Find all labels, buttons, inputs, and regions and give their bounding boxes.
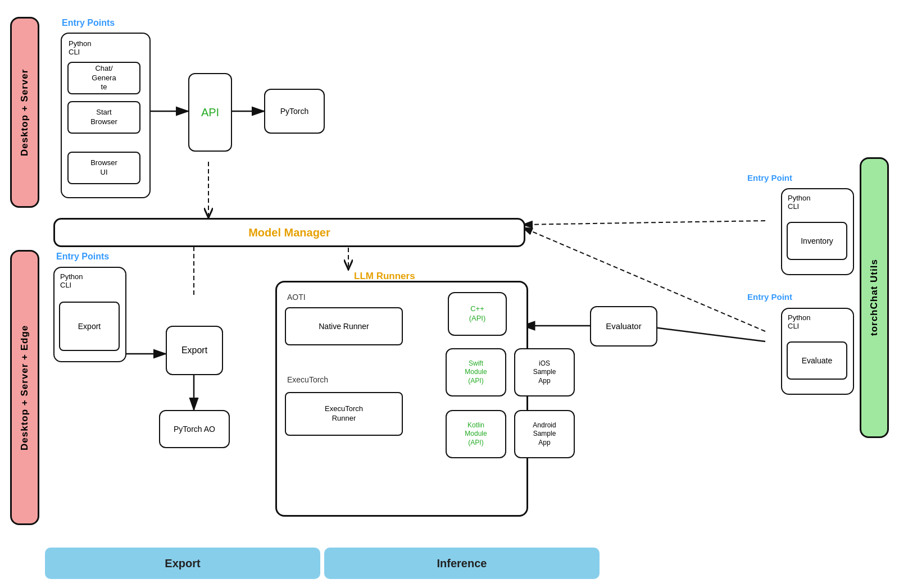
browser-ui-box: Browser UI <box>67 152 140 184</box>
ios-sample-box: iOS Sample App <box>514 348 575 396</box>
torchchat-utils-label: torchChat Utils <box>860 157 889 438</box>
entry-points-top-label: Entry Points <box>62 18 115 28</box>
evaluate-box: Evaluate <box>787 341 847 380</box>
entry-point-inventory-label: Entry Point <box>747 173 792 183</box>
export-bottom-bar: Export <box>45 548 320 579</box>
pytorch-box: PyTorch <box>264 89 325 134</box>
entry-point-evaluate-label: Entry Point <box>747 292 792 302</box>
entry-points-group-top: PythonCLI Chat/ Genera te Start Browser … <box>61 33 151 198</box>
evaluator-box: Evaluator <box>590 306 657 347</box>
swift-module-box: Swift Module (API) <box>446 348 506 396</box>
python-cli-evaluate-label: PythonCLI <box>788 313 810 330</box>
chat-generate-box: Chat/ Genera te <box>67 62 140 94</box>
inventory-box: Inventory <box>787 222 847 260</box>
pytorch-ao-box: PyTorch AO <box>159 410 230 448</box>
entry-points-group-bottom: PythonCLI Export <box>53 267 126 362</box>
model-manager-bar: Model Manager <box>53 218 525 247</box>
executorch-label: ExecuTorch <box>287 375 328 384</box>
kotlin-module-box: Kotlin Module (API) <box>446 410 506 458</box>
export-inner-box: Export <box>59 302 120 351</box>
python-cli-inventory-label: PythonCLI <box>788 194 810 211</box>
llm-runners-label: LLM Runners <box>354 271 415 282</box>
python-cli-top-label: PythonCLI <box>69 39 91 56</box>
entry-points-bottom-label: Entry Points <box>56 252 109 262</box>
inventory-python-group: PythonCLI Inventory <box>781 188 854 275</box>
desktop-server-label: Desktop + Server <box>10 17 39 208</box>
inference-bottom-bar: Inference <box>324 548 600 579</box>
aoti-label: AOTI <box>287 293 306 302</box>
start-browser-box: Start Browser <box>67 101 140 134</box>
python-cli-export-label: PythonCLI <box>60 272 83 289</box>
android-sample-box: Android Sample App <box>514 410 575 458</box>
svg-line-11 <box>641 326 765 341</box>
executorch-runner-box: ExecuTorch Runner <box>285 392 403 436</box>
native-runner-box: Native Runner <box>285 307 403 345</box>
desktop-server-edge-label: Desktop + Server + Edge <box>10 250 39 525</box>
export-box: Export <box>166 326 223 375</box>
svg-line-8 <box>523 221 765 225</box>
cpp-api-box: C++ (API) <box>448 292 507 336</box>
diagram-container: Desktop + Server Entry Points PythonCLI … <box>0 0 899 588</box>
python-evaluate-group: PythonCLI Evaluate <box>781 308 854 395</box>
api-box: API <box>188 73 232 152</box>
